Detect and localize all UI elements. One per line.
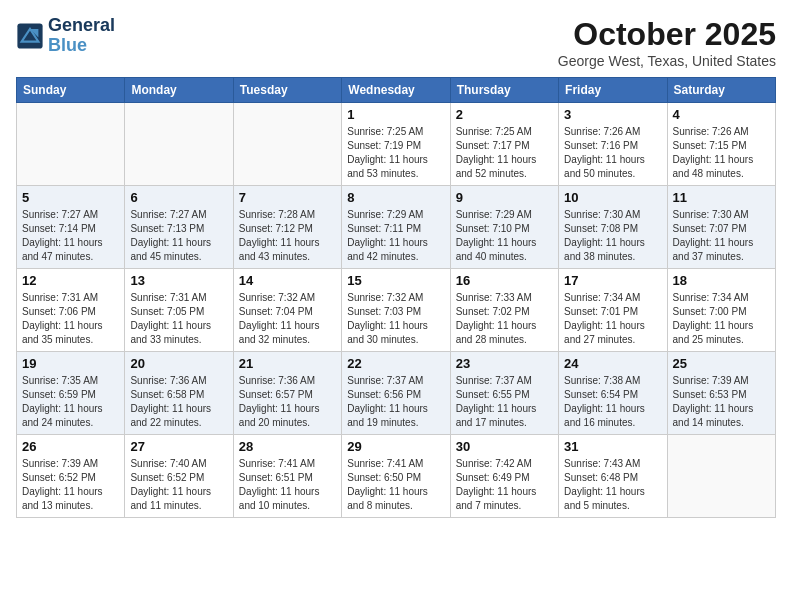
day-number: 17	[564, 273, 661, 288]
day-info: Sunrise: 7:34 AMSunset: 7:01 PMDaylight:…	[564, 291, 661, 347]
day-info: Sunrise: 7:35 AMSunset: 6:59 PMDaylight:…	[22, 374, 119, 430]
day-info: Sunrise: 7:33 AMSunset: 7:02 PMDaylight:…	[456, 291, 553, 347]
weekday-header: Monday	[125, 78, 233, 103]
day-info: Sunrise: 7:32 AMSunset: 7:04 PMDaylight:…	[239, 291, 336, 347]
day-number: 29	[347, 439, 444, 454]
day-number: 1	[347, 107, 444, 122]
day-info: Sunrise: 7:39 AMSunset: 6:53 PMDaylight:…	[673, 374, 770, 430]
calendar-cell: 2Sunrise: 7:25 AMSunset: 7:17 PMDaylight…	[450, 103, 558, 186]
day-info: Sunrise: 7:38 AMSunset: 6:54 PMDaylight:…	[564, 374, 661, 430]
day-number: 8	[347, 190, 444, 205]
day-number: 24	[564, 356, 661, 371]
calendar-week-row: 26Sunrise: 7:39 AMSunset: 6:52 PMDayligh…	[17, 435, 776, 518]
calendar-cell: 7Sunrise: 7:28 AMSunset: 7:12 PMDaylight…	[233, 186, 341, 269]
day-info: Sunrise: 7:41 AMSunset: 6:50 PMDaylight:…	[347, 457, 444, 513]
day-info: Sunrise: 7:41 AMSunset: 6:51 PMDaylight:…	[239, 457, 336, 513]
calendar-header-row: SundayMondayTuesdayWednesdayThursdayFrid…	[17, 78, 776, 103]
day-number: 14	[239, 273, 336, 288]
day-number: 2	[456, 107, 553, 122]
calendar-cell: 26Sunrise: 7:39 AMSunset: 6:52 PMDayligh…	[17, 435, 125, 518]
logo-icon	[16, 22, 44, 50]
day-info: Sunrise: 7:37 AMSunset: 6:55 PMDaylight:…	[456, 374, 553, 430]
calendar-cell: 29Sunrise: 7:41 AMSunset: 6:50 PMDayligh…	[342, 435, 450, 518]
day-number: 7	[239, 190, 336, 205]
day-info: Sunrise: 7:30 AMSunset: 7:08 PMDaylight:…	[564, 208, 661, 264]
day-number: 25	[673, 356, 770, 371]
calendar-cell: 4Sunrise: 7:26 AMSunset: 7:15 PMDaylight…	[667, 103, 775, 186]
logo-text: General Blue	[48, 16, 115, 56]
calendar-cell: 27Sunrise: 7:40 AMSunset: 6:52 PMDayligh…	[125, 435, 233, 518]
weekday-header: Saturday	[667, 78, 775, 103]
day-info: Sunrise: 7:25 AMSunset: 7:17 PMDaylight:…	[456, 125, 553, 181]
day-number: 4	[673, 107, 770, 122]
day-info: Sunrise: 7:36 AMSunset: 6:58 PMDaylight:…	[130, 374, 227, 430]
day-number: 9	[456, 190, 553, 205]
day-number: 6	[130, 190, 227, 205]
calendar-cell	[17, 103, 125, 186]
day-number: 30	[456, 439, 553, 454]
calendar-cell: 5Sunrise: 7:27 AMSunset: 7:14 PMDaylight…	[17, 186, 125, 269]
day-number: 16	[456, 273, 553, 288]
day-info: Sunrise: 7:34 AMSunset: 7:00 PMDaylight:…	[673, 291, 770, 347]
day-number: 5	[22, 190, 119, 205]
day-number: 15	[347, 273, 444, 288]
logo: General Blue	[16, 16, 115, 56]
weekday-header: Sunday	[17, 78, 125, 103]
day-number: 12	[22, 273, 119, 288]
calendar-cell: 8Sunrise: 7:29 AMSunset: 7:11 PMDaylight…	[342, 186, 450, 269]
calendar-cell: 11Sunrise: 7:30 AMSunset: 7:07 PMDayligh…	[667, 186, 775, 269]
day-number: 27	[130, 439, 227, 454]
month-title: October 2025	[558, 16, 776, 53]
calendar-cell: 31Sunrise: 7:43 AMSunset: 6:48 PMDayligh…	[559, 435, 667, 518]
calendar-cell: 28Sunrise: 7:41 AMSunset: 6:51 PMDayligh…	[233, 435, 341, 518]
day-number: 3	[564, 107, 661, 122]
calendar-cell: 10Sunrise: 7:30 AMSunset: 7:08 PMDayligh…	[559, 186, 667, 269]
day-number: 11	[673, 190, 770, 205]
day-info: Sunrise: 7:28 AMSunset: 7:12 PMDaylight:…	[239, 208, 336, 264]
calendar-cell: 19Sunrise: 7:35 AMSunset: 6:59 PMDayligh…	[17, 352, 125, 435]
calendar-cell: 3Sunrise: 7:26 AMSunset: 7:16 PMDaylight…	[559, 103, 667, 186]
day-number: 20	[130, 356, 227, 371]
day-info: Sunrise: 7:31 AMSunset: 7:05 PMDaylight:…	[130, 291, 227, 347]
day-info: Sunrise: 7:40 AMSunset: 6:52 PMDaylight:…	[130, 457, 227, 513]
calendar-week-row: 12Sunrise: 7:31 AMSunset: 7:06 PMDayligh…	[17, 269, 776, 352]
location-title: George West, Texas, United States	[558, 53, 776, 69]
day-info: Sunrise: 7:39 AMSunset: 6:52 PMDaylight:…	[22, 457, 119, 513]
day-info: Sunrise: 7:32 AMSunset: 7:03 PMDaylight:…	[347, 291, 444, 347]
calendar-cell: 25Sunrise: 7:39 AMSunset: 6:53 PMDayligh…	[667, 352, 775, 435]
day-info: Sunrise: 7:31 AMSunset: 7:06 PMDaylight:…	[22, 291, 119, 347]
title-block: October 2025 George West, Texas, United …	[558, 16, 776, 69]
day-info: Sunrise: 7:43 AMSunset: 6:48 PMDaylight:…	[564, 457, 661, 513]
day-number: 22	[347, 356, 444, 371]
calendar-cell: 18Sunrise: 7:34 AMSunset: 7:00 PMDayligh…	[667, 269, 775, 352]
calendar-cell: 16Sunrise: 7:33 AMSunset: 7:02 PMDayligh…	[450, 269, 558, 352]
day-number: 21	[239, 356, 336, 371]
weekday-header: Friday	[559, 78, 667, 103]
day-info: Sunrise: 7:36 AMSunset: 6:57 PMDaylight:…	[239, 374, 336, 430]
calendar-week-row: 19Sunrise: 7:35 AMSunset: 6:59 PMDayligh…	[17, 352, 776, 435]
day-info: Sunrise: 7:26 AMSunset: 7:15 PMDaylight:…	[673, 125, 770, 181]
calendar-cell: 17Sunrise: 7:34 AMSunset: 7:01 PMDayligh…	[559, 269, 667, 352]
calendar-cell: 23Sunrise: 7:37 AMSunset: 6:55 PMDayligh…	[450, 352, 558, 435]
day-number: 26	[22, 439, 119, 454]
day-info: Sunrise: 7:30 AMSunset: 7:07 PMDaylight:…	[673, 208, 770, 264]
day-info: Sunrise: 7:26 AMSunset: 7:16 PMDaylight:…	[564, 125, 661, 181]
calendar-cell: 30Sunrise: 7:42 AMSunset: 6:49 PMDayligh…	[450, 435, 558, 518]
day-number: 23	[456, 356, 553, 371]
weekday-header: Thursday	[450, 78, 558, 103]
page-header: General Blue October 2025 George West, T…	[16, 16, 776, 69]
calendar-cell: 9Sunrise: 7:29 AMSunset: 7:10 PMDaylight…	[450, 186, 558, 269]
calendar-week-row: 1Sunrise: 7:25 AMSunset: 7:19 PMDaylight…	[17, 103, 776, 186]
day-number: 28	[239, 439, 336, 454]
weekday-header: Tuesday	[233, 78, 341, 103]
calendar-week-row: 5Sunrise: 7:27 AMSunset: 7:14 PMDaylight…	[17, 186, 776, 269]
calendar-cell: 1Sunrise: 7:25 AMSunset: 7:19 PMDaylight…	[342, 103, 450, 186]
calendar-table: SundayMondayTuesdayWednesdayThursdayFrid…	[16, 77, 776, 518]
calendar-cell: 22Sunrise: 7:37 AMSunset: 6:56 PMDayligh…	[342, 352, 450, 435]
calendar-cell: 12Sunrise: 7:31 AMSunset: 7:06 PMDayligh…	[17, 269, 125, 352]
day-info: Sunrise: 7:25 AMSunset: 7:19 PMDaylight:…	[347, 125, 444, 181]
day-number: 18	[673, 273, 770, 288]
day-number: 13	[130, 273, 227, 288]
calendar-cell	[233, 103, 341, 186]
calendar-cell: 21Sunrise: 7:36 AMSunset: 6:57 PMDayligh…	[233, 352, 341, 435]
